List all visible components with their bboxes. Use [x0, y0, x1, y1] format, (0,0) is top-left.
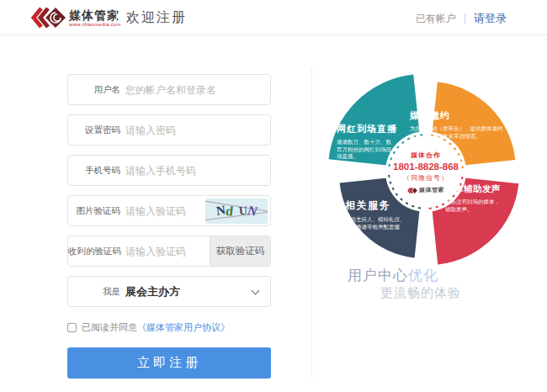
- image-captcha-label: 图片验证码: [68, 205, 120, 217]
- login-link[interactable]: 请登录: [474, 11, 507, 26]
- wheel-center: 媒体合作 1801-8828-868 （同微信号） 媒体管家: [385, 135, 466, 210]
- tagline-line1: 用户中心优化: [348, 266, 438, 285]
- have-account-text: 已有帐户: [416, 12, 456, 26]
- register-button[interactable]: 立即注册: [67, 347, 271, 379]
- header-right: 已有帐户 请登录: [416, 11, 507, 26]
- phone-input[interactable]: [125, 165, 270, 177]
- role-select[interactable]: 我是 展会主办方: [67, 276, 271, 307]
- tagline-line2: 更流畅的体验: [380, 285, 461, 301]
- role-label: 我是: [68, 286, 120, 298]
- chevron-down-icon: [252, 287, 260, 295]
- header: 媒体管家 www.zhaomedia.com 欢迎注册 已有帐户 请登录: [0, 0, 547, 35]
- image-captcha-field-row: 图片验证码 N d U N: [67, 195, 271, 226]
- phone-label: 手机号码: [68, 165, 120, 177]
- content-divider: [311, 69, 312, 379]
- sms-code-label: 收到的验证码: [68, 246, 120, 257]
- registration-page: 媒体管家 www.zhaomedia.com 欢迎注册 已有帐户 请登录 用户名…: [0, 0, 547, 392]
- captcha-image[interactable]: N d U N: [205, 199, 268, 224]
- logo[interactable]: 媒体管家 www.zhaomedia.com: [30, 4, 121, 31]
- captcha-noise-line: [205, 210, 268, 220]
- password-field-row: 设置密码: [67, 114, 271, 146]
- center-logo-icon: [407, 187, 417, 194]
- center-logo: 媒体管家: [407, 186, 444, 194]
- username-field-row: 用户名: [67, 74, 271, 105]
- role-selected-value: 展会主办方: [125, 284, 180, 299]
- header-separator: [116, 9, 117, 26]
- logo-icon: [30, 4, 66, 31]
- password-label: 设置密码: [68, 124, 120, 136]
- agreement-checkbox[interactable]: [67, 323, 77, 332]
- registration-form: 用户名 设置密码 手机号码 图片验证码 N d U N 收到的验证码: [67, 74, 271, 379]
- media-coop-label: 媒体合作: [411, 151, 441, 160]
- phone-field-row: 手机号码: [67, 155, 271, 186]
- contact-phone: 1801-8828-868: [393, 162, 459, 172]
- header-pipe-divider: [465, 13, 465, 24]
- sms-code-field-row: 收到的验证码 获取验证码: [67, 236, 271, 267]
- captcha-char: N: [246, 204, 258, 219]
- wechat-note: （同微信号）: [403, 173, 449, 183]
- services-promo: 网红到场直播 邀请数万、数十万、数百万粉丝的网红到场现场直播。 媒体邀约 为您的…: [327, 72, 539, 283]
- username-label: 用户名: [68, 84, 120, 96]
- agreement-row: 已阅读并同意 《媒体管家用户协议》: [67, 321, 271, 334]
- agreement-text: 已阅读并同意: [82, 321, 137, 334]
- username-input[interactable]: [125, 84, 270, 96]
- agreement-link[interactable]: 《媒体管家用户协议》: [137, 321, 230, 334]
- password-input[interactable]: [125, 124, 270, 136]
- page-title: 欢迎注册: [126, 9, 187, 27]
- sms-code-input[interactable]: [125, 246, 210, 257]
- image-captcha-input[interactable]: [125, 205, 205, 217]
- center-logo-text: 媒体管家: [419, 186, 444, 194]
- logo-subtitle: www.zhaomedia.com: [69, 22, 121, 27]
- logo-title: 媒体管家: [69, 9, 121, 22]
- logo-text: 媒体管家 www.zhaomedia.com: [69, 9, 121, 27]
- get-code-button[interactable]: 获取验证码: [210, 236, 270, 266]
